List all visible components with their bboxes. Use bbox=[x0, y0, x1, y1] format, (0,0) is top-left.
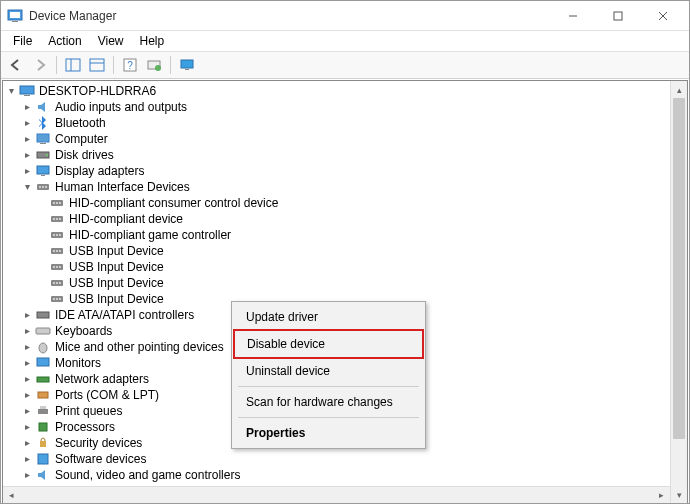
tree-item-software[interactable]: ▸ Software devices bbox=[5, 451, 687, 467]
chevron-right-icon[interactable]: ▸ bbox=[21, 357, 33, 369]
chevron-right-icon[interactable]: ▸ bbox=[21, 325, 33, 337]
menu-help[interactable]: Help bbox=[132, 32, 173, 50]
show-hide-tree-button[interactable] bbox=[62, 54, 84, 76]
hid-icon bbox=[49, 259, 65, 275]
svg-rect-1 bbox=[10, 12, 20, 18]
chevron-right-icon[interactable]: ▸ bbox=[21, 309, 33, 321]
svg-rect-9 bbox=[90, 59, 104, 71]
menu-action[interactable]: Action bbox=[40, 32, 89, 50]
tree-item-label: HID-compliant consumer control device bbox=[69, 195, 278, 211]
horizontal-scrollbar[interactable]: ◂ ▸ bbox=[3, 486, 670, 503]
app-icon bbox=[7, 8, 23, 24]
chevron-right-icon[interactable]: ▸ bbox=[21, 373, 33, 385]
chevron-down-icon[interactable]: ▾ bbox=[5, 85, 17, 97]
svg-rect-61 bbox=[37, 377, 49, 382]
scroll-right-button[interactable]: ▸ bbox=[653, 487, 670, 503]
toolbar: ? bbox=[1, 51, 689, 79]
ctx-scan-hardware[interactable]: Scan for hardware changes bbox=[234, 389, 423, 415]
hid-icon bbox=[49, 275, 65, 291]
tree-item-label: Processors bbox=[55, 419, 115, 435]
ctx-disable-device[interactable]: Disable device bbox=[233, 329, 424, 359]
svg-rect-44 bbox=[59, 250, 61, 252]
chevron-down-icon[interactable]: ▾ bbox=[21, 181, 33, 193]
tree-item-label: HID-compliant device bbox=[69, 211, 183, 227]
tree-item-label: Bluetooth bbox=[55, 115, 106, 131]
tree-root[interactable]: ▾ DESKTOP-HLDRRA6 bbox=[5, 83, 687, 99]
svg-point-22 bbox=[46, 154, 48, 156]
menubar: File Action View Help bbox=[1, 31, 689, 51]
help-topics-button[interactable]: ? bbox=[119, 54, 141, 76]
svg-rect-67 bbox=[38, 454, 48, 464]
menu-view[interactable]: View bbox=[90, 32, 132, 50]
ctx-properties[interactable]: Properties bbox=[234, 420, 423, 446]
chevron-right-icon[interactable]: ▸ bbox=[21, 101, 33, 113]
chevron-right-icon[interactable]: ▸ bbox=[21, 405, 33, 417]
scroll-up-button[interactable]: ▴ bbox=[671, 81, 687, 98]
ports-icon bbox=[35, 387, 51, 403]
svg-rect-39 bbox=[56, 234, 58, 236]
svg-rect-16 bbox=[185, 69, 189, 70]
vertical-scrollbar[interactable]: ▴ ▾ bbox=[670, 81, 687, 503]
tree-item-label: Software devices bbox=[55, 451, 146, 467]
chevron-right-icon[interactable]: ▸ bbox=[21, 149, 33, 161]
network-icon bbox=[35, 371, 51, 387]
tree-item-sound[interactable]: ▸ Sound, video and game controllers bbox=[5, 467, 687, 483]
chevron-right-icon[interactable]: ▸ bbox=[21, 341, 33, 353]
minimize-button[interactable] bbox=[550, 1, 595, 31]
back-button[interactable] bbox=[5, 54, 27, 76]
tree-item-disk[interactable]: ▸ Disk drives bbox=[5, 147, 687, 163]
chevron-right-icon[interactable]: ▸ bbox=[21, 453, 33, 465]
remote-button[interactable] bbox=[176, 54, 198, 76]
tree-item-display[interactable]: ▸ Display adapters bbox=[5, 163, 687, 179]
tree-item-label: USB Input Device bbox=[69, 243, 164, 259]
tree-leaf-hid[interactable]: HID-compliant device bbox=[5, 211, 687, 227]
chevron-right-icon[interactable]: ▸ bbox=[21, 165, 33, 177]
printer-icon bbox=[35, 403, 51, 419]
tree-item-label: Mice and other pointing devices bbox=[55, 339, 224, 355]
menu-file[interactable]: File bbox=[5, 32, 40, 50]
tree-item-computer[interactable]: ▸ Computer bbox=[5, 131, 687, 147]
svg-rect-30 bbox=[53, 202, 55, 204]
context-menu: Update driver Disable device Uninstall d… bbox=[231, 301, 426, 449]
ctx-update-driver[interactable]: Update driver bbox=[234, 304, 423, 330]
forward-button[interactable] bbox=[29, 54, 51, 76]
svg-rect-2 bbox=[12, 21, 18, 22]
chevron-right-icon[interactable]: ▸ bbox=[21, 117, 33, 129]
svg-rect-19 bbox=[37, 134, 49, 142]
scroll-track[interactable] bbox=[20, 487, 653, 503]
mouse-icon bbox=[35, 339, 51, 355]
tree-leaf-hid[interactable]: USB Input Device bbox=[5, 243, 687, 259]
close-button[interactable] bbox=[640, 1, 685, 31]
chevron-right-icon[interactable]: ▸ bbox=[21, 469, 33, 481]
titlebar: Device Manager bbox=[1, 1, 689, 31]
tree-item-label: Security devices bbox=[55, 435, 142, 451]
tree-leaf-hid[interactable]: USB Input Device bbox=[5, 275, 687, 291]
hid-icon bbox=[49, 243, 65, 259]
tree-item-bluetooth[interactable]: ▸ Bluetooth bbox=[5, 115, 687, 131]
chevron-right-icon[interactable]: ▸ bbox=[21, 389, 33, 401]
svg-rect-60 bbox=[37, 358, 49, 366]
ctx-uninstall-device[interactable]: Uninstall device bbox=[234, 358, 423, 384]
chevron-right-icon[interactable]: ▸ bbox=[21, 421, 33, 433]
ide-icon bbox=[35, 307, 51, 323]
chevron-right-icon[interactable]: ▸ bbox=[21, 133, 33, 145]
svg-rect-50 bbox=[53, 282, 55, 284]
tree-item-label: Network adapters bbox=[55, 371, 149, 387]
maximize-button[interactable] bbox=[595, 1, 640, 31]
scroll-track[interactable] bbox=[671, 98, 687, 486]
tree-item-hid[interactable]: ▾ Human Interface Devices bbox=[5, 179, 687, 195]
tree-leaf-hid[interactable]: USB Input Device bbox=[5, 259, 687, 275]
svg-rect-54 bbox=[53, 298, 55, 300]
tree-leaf-hid[interactable]: HID-compliant consumer control device bbox=[5, 195, 687, 211]
tree-item-label: Human Interface Devices bbox=[55, 179, 190, 195]
scan-hardware-button[interactable] bbox=[143, 54, 165, 76]
help-button[interactable] bbox=[86, 54, 108, 76]
ctx-separator bbox=[238, 386, 419, 387]
scroll-down-button[interactable]: ▾ bbox=[671, 486, 687, 503]
tree-leaf-hid[interactable]: HID-compliant game controller bbox=[5, 227, 687, 243]
chevron-right-icon[interactable]: ▸ bbox=[21, 437, 33, 449]
tree-item-label: USB Input Device bbox=[69, 291, 164, 307]
scroll-thumb[interactable] bbox=[673, 98, 685, 439]
scroll-left-button[interactable]: ◂ bbox=[3, 487, 20, 503]
tree-item-audio[interactable]: ▸ Audio inputs and outputs bbox=[5, 99, 687, 115]
